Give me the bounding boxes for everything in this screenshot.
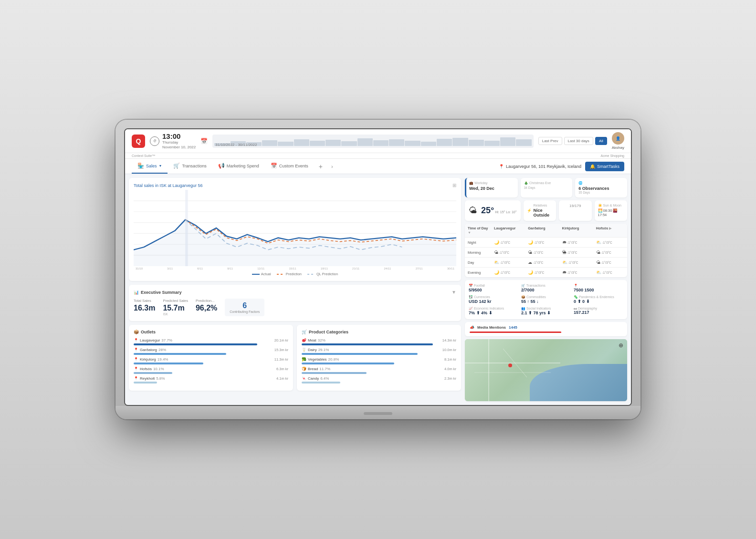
chart-options-icon[interactable]: ⊞	[452, 183, 456, 188]
outlets-card: 📦 Outlets 📍 Laugavegur 37.7% 20.1m k	[129, 325, 293, 391]
list-item: 📍 Reykholt 5.8% 4.1m kr	[134, 376, 288, 384]
bell-icon: 🔔	[590, 164, 595, 169]
timeline-inner	[214, 136, 531, 146]
globe-icon: 🌐	[578, 181, 583, 185]
tab-marketing[interactable]: 📢 Marketing Spend	[212, 159, 265, 174]
location-pin-icon: 📍	[499, 164, 504, 169]
laugarvegur-header: Laugarvegur	[491, 224, 525, 237]
time-header[interactable]: Time of Day ▼	[465, 224, 491, 237]
app-header: Q ⏱ 13:00 Thursday November 10, 2022 📅	[125, 129, 631, 154]
list-item: 🍞 Bread 11.7% 4.0m kr	[302, 367, 456, 374]
predicted-sales-metric: Predicted Sales 15.7m ISK	[163, 299, 188, 316]
clock-area: ⏱ 13:00 Thursday November 10, 2022 📅	[150, 132, 208, 150]
economic-stat: 📈 Economic Indicators 7% ⬆ 4% ⬇	[469, 307, 518, 315]
outlets-icon: 📦	[134, 330, 139, 334]
social-stat: 👥 Social Indicators 2.1 ⬆ 78 yrs ⬇	[521, 307, 571, 315]
kirkjutorg-header: Kirkjutorg	[559, 224, 593, 237]
exec-collapse-icon[interactable]: ▼	[452, 290, 456, 295]
list-item: 🥛 Dairy 29.1% 10.0m kr	[302, 348, 456, 355]
footfall-stat: 📅 Footfall 5/9500	[469, 284, 518, 292]
list-item: 🥩 Meat 32% 14.3m kr	[302, 338, 456, 345]
exec-title: 📊 Executive Summary	[134, 290, 182, 295]
pin-icon: 📍	[134, 338, 138, 342]
legend-ql-prediction: QL Prediction	[307, 272, 338, 276]
christmas-icon: 🎄	[524, 181, 528, 185]
list-item: 📍 Kirkjutorg 19.4% 11.3m kr	[134, 357, 288, 364]
nav-right: 📍 Laugarvegur 56, 101 Reykjavik, Iceland…	[499, 162, 624, 171]
sub-header: Context Suite™ Acme Shopping	[125, 153, 631, 159]
clock-icon: ⏱	[150, 136, 159, 146]
veg-icon: 🥦	[302, 357, 306, 362]
user-avatar[interactable]: 👤	[612, 132, 624, 145]
app-logo[interactable]: Q	[132, 135, 145, 148]
commodities-icon: 📦	[521, 295, 525, 299]
weather-card: 🌤 25° Hi: 15° Lo: 10°	[465, 200, 521, 221]
total-sales-metric: Total Sales 16.3m	[134, 299, 155, 312]
products-icon: 🛒	[302, 330, 307, 334]
custom-events-icon: 📅	[271, 163, 277, 169]
list-item: 📍 Laugavegur 37.7% 20.1m kr	[134, 338, 288, 345]
commodities-stat: 📦 Commodities 55 ↑ 55 ↓	[521, 295, 571, 304]
legend-actual: Actual	[252, 272, 271, 276]
bottom-panels: 📦 Outlets 📍 Laugavegur 37.7% 20.1m k	[129, 325, 461, 391]
relative-value-card: 19/179	[559, 200, 591, 221]
chart-legend: Actual Prediction QL Prediction	[134, 272, 456, 276]
table-row: Day ⛅ -1°/3°C ☁ -1°/3°C ⛅ -1°/3°C 🌤 -1°/…	[465, 258, 627, 268]
filter-prev-btn[interactable]: Last Prev	[538, 137, 562, 145]
executive-summary: 📊 Executive Summary ▼ Total Sales 16.3m	[129, 285, 461, 321]
svg-marker-7	[134, 220, 456, 266]
calendar-icon[interactable]: 📅	[200, 138, 208, 145]
economic-icon: 📈	[469, 307, 473, 310]
relatives-icon: ⚡	[527, 208, 532, 213]
demography-stat: 🏘 Demography 157.217	[574, 307, 623, 315]
media-bar	[470, 332, 561, 333]
events-row: 💼 Workday Wed, 20 Dec 🎄 Christmas Eve 34…	[465, 178, 627, 197]
tab-custom-events[interactable]: 📅 Custom Events	[265, 159, 314, 174]
table-row: Night 🌙 -1°/3°C 🌙 -1°/3°C 🌧 -1°/3°C ⛅ -1…	[465, 238, 627, 248]
filter-30-btn[interactable]: Last 30 days	[564, 137, 593, 145]
stats-grid: 📅 Footfall 5/9500 🛒 Transactions 2/7000	[465, 280, 627, 319]
media-mentions-card: 📣 Media Mentions 1445	[465, 322, 627, 336]
weather-icon: 🌤	[469, 206, 477, 216]
date-range: 31/10/2022 - 30/11/2022	[215, 143, 257, 147]
date-display: Thursday November 10, 2022	[162, 140, 196, 150]
sales-arrow: ▼	[159, 164, 162, 167]
timeline-bar: 31/10/2022 - 30/11/2022	[212, 135, 533, 148]
demography-icon: 🏘	[574, 307, 577, 310]
list-item: 🍬 Candy 6.4% 2.3m kr	[302, 376, 456, 384]
filter-buttons: Last Prev Last 30 days All	[538, 137, 607, 145]
filter-all-btn[interactable]: All	[595, 137, 607, 145]
brand-name: Acme Shopping	[601, 154, 624, 157]
add-tab-btn[interactable]: +	[314, 160, 327, 173]
chart-header: Total sales in ISK at Laugarvegur 56 ⊞	[134, 183, 456, 188]
table-row: Evening 🌙 -1°/3°C 🌙 -1°/3°C 🌧 -1°/3°C ⛅ …	[465, 268, 627, 277]
nav-chevron[interactable]: ›	[327, 161, 337, 172]
weather-row: 🌤 25° Hi: 15° Lo: 10°	[465, 200, 627, 221]
pin-icon: 📍	[134, 367, 138, 371]
svg-point-12	[508, 363, 512, 367]
product-list: 🥩 Meat 32% 14.3m kr	[302, 338, 456, 384]
right-panel: 💼 Workday Wed, 20 Dec 🎄 Christmas Eve 34…	[465, 178, 627, 401]
tab-sales[interactable]: 🏪 Sales ▼	[132, 159, 168, 174]
dairy-icon: 🥛	[302, 348, 306, 352]
sun-icon: ☀️	[598, 204, 602, 207]
relatives-card: ⚡ Relatives Nice Outside	[524, 200, 556, 221]
products-title: 🛒 Product Categories	[302, 330, 456, 334]
tab-transactions[interactable]: 🛒 Transactions	[168, 159, 212, 174]
pins-icon: 📍	[574, 284, 578, 287]
outlets-title: 📦 Outlets	[134, 330, 288, 334]
sales-icon: 🏪	[137, 163, 144, 169]
chart-title: Total sales in ISK at Laugarvegur 56	[134, 183, 203, 188]
nav-tabs: 🏪 Sales ▼ 🛒 Transactions 📢 Marketing Spe…	[125, 159, 631, 174]
smart-tasks-btn[interactable]: 🔔 SmartTasks	[585, 162, 624, 171]
left-panel: Total sales in ISK at Laugarvegur 56 ⊞	[129, 178, 461, 401]
pin-icon: 📍	[134, 376, 138, 381]
candy-icon: 🍬	[302, 376, 306, 381]
map-placeholder: ⊕	[465, 339, 627, 401]
list-item: 🥦 Vegetables 20.8% 8.1m kr	[302, 357, 456, 364]
meat-icon: 🥩	[302, 338, 306, 342]
transactions-icon: 🛒	[173, 163, 180, 169]
prediction-accuracy-metric: Prediction... 96,2%	[196, 299, 217, 312]
workday-icon: 💼	[469, 181, 473, 185]
workday-card: 💼 Workday Wed, 20 Dec	[465, 178, 518, 197]
